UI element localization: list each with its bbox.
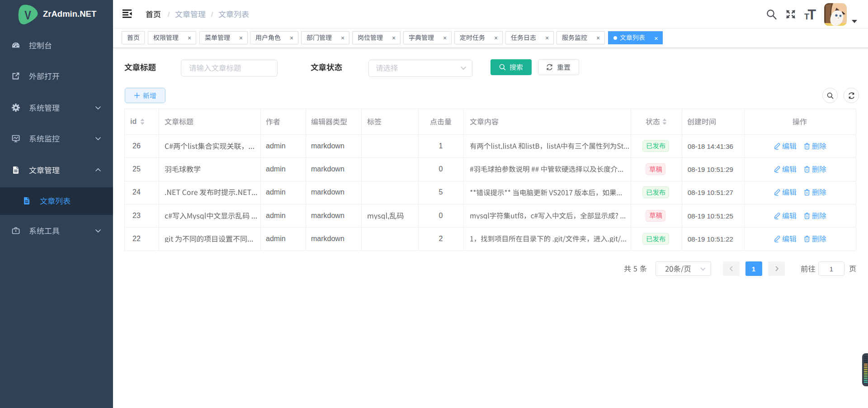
svg-text:T: T xyxy=(808,9,816,20)
svg-text:V: V xyxy=(24,8,31,22)
